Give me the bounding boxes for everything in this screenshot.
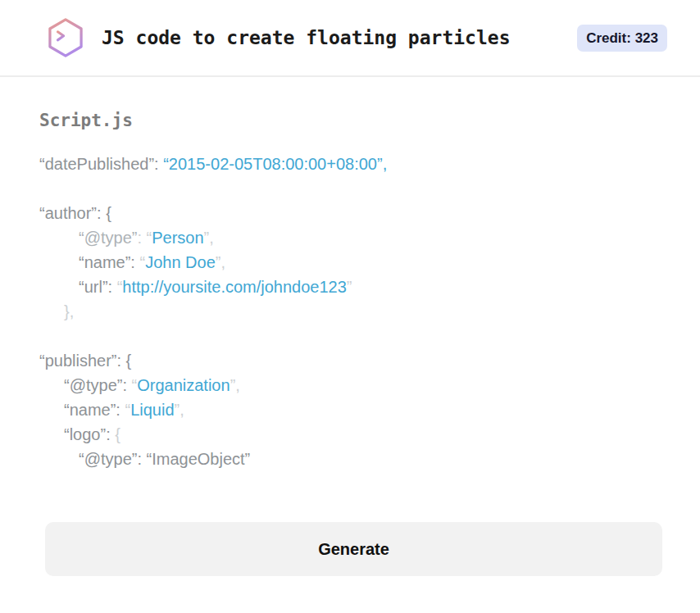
code-line: “author”: {	[39, 201, 661, 225]
credit-badge: Credit: 323	[577, 25, 667, 52]
code-line: “publisher”: {	[39, 348, 661, 373]
code-line	[39, 324, 661, 348]
footer-actions: Generate	[0, 471, 700, 576]
code-token: “@type”	[79, 229, 137, 247]
code-token: ”,	[216, 253, 225, 271]
code-line: “@type”: “ImageObject”	[39, 447, 661, 471]
terminal-hexagon-icon	[47, 17, 84, 58]
code-line: },	[39, 299, 661, 324]
code-line: “datePublished”: “2015-02-05T08:00:00+08…	[39, 152, 661, 176]
code-token: “logo”:	[64, 425, 115, 443]
page-title: JS code to create floating particles	[102, 27, 577, 48]
code-token: “name”:	[79, 253, 139, 271]
code-token: ”,	[204, 229, 214, 247]
code-line: “@type”: “Organization”,	[39, 373, 661, 397]
generate-button[interactable]: Generate	[45, 522, 662, 576]
code-block: “datePublished”: “2015-02-05T08:00:00+08…	[39, 152, 661, 471]
code-token: },	[64, 302, 74, 320]
code-token: ”,	[230, 376, 240, 394]
code-token: {	[115, 425, 120, 443]
code-token: “2015-02-05T08:00:00+08:00”,	[163, 155, 387, 173]
prompt-chevron-icon	[57, 32, 63, 40]
code-token: :	[137, 229, 146, 247]
code-token: Person	[152, 229, 203, 247]
code-line	[39, 176, 661, 201]
code-token: John Doe	[145, 253, 216, 271]
code-token: “@type”: “ImageObject”	[79, 450, 250, 468]
code-token: Organization	[137, 376, 230, 394]
code-token: http://yoursite.com/johndoe123	[122, 278, 347, 296]
code-token: “name”:	[64, 401, 125, 419]
code-token: ”	[347, 278, 352, 296]
code-line: “logo”: {	[39, 422, 661, 447]
code-token: “datePublished”:	[39, 155, 163, 173]
main-content: Script.js “datePublished”: “2015-02-05T0…	[0, 110, 700, 471]
code-line: “name”: “Liquid”,	[39, 397, 661, 422]
app-header: JS code to create floating particles Cre…	[0, 0, 700, 77]
code-line: “name”: “John Doe”,	[39, 250, 661, 275]
code-line: “url”: “http://yoursite.com/johndoe123”	[39, 275, 661, 299]
code-token: “publisher”: {	[39, 352, 131, 370]
code-token: Liquid	[130, 401, 174, 419]
code-token: “author”: {	[39, 204, 111, 222]
code-token: “@type”:	[64, 376, 132, 394]
script-filename: Script.js	[39, 110, 661, 131]
code-line: “@type”: “Person”,	[39, 225, 661, 250]
code-token: “url”:	[79, 278, 117, 296]
code-token: ”,	[175, 401, 184, 419]
